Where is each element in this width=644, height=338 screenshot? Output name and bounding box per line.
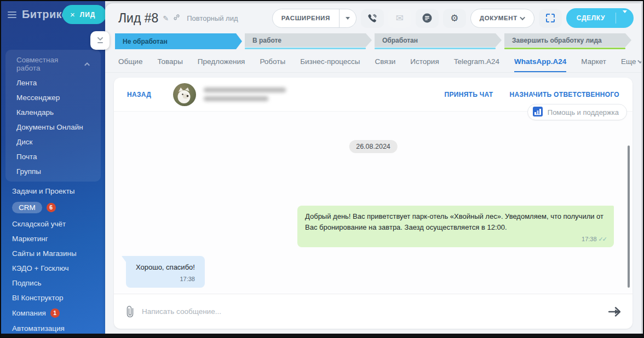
page-title: Лид #8: [118, 11, 158, 26]
stage-finish-processing[interactable]: Завершить обработку лида: [504, 33, 631, 49]
lead-stage-bar: Не обработан В работе Обработан Завершит…: [115, 33, 631, 49]
whatsapp-chat-card: НАЗАД ПРИНЯТЬ ЧАТ НАЗНАЧИТЬ ОТВЕТСТВЕННО…: [114, 78, 633, 329]
message-time: 17:38: [582, 236, 597, 242]
tab-connections[interactable]: Связи: [375, 57, 396, 72]
sidebar-item-groups[interactable]: Группы: [5, 164, 101, 179]
sidebar-item-docs-online[interactable]: Документы Онлайн: [5, 120, 101, 135]
sidebar-item-mail[interactable]: Почта: [5, 149, 101, 164]
read-receipt-icon: ✓✓: [599, 236, 606, 242]
lead-slider-panel: Лид #8 ✎ Повторный лид РАСШИРЕНИЯ ✉: [105, 3, 641, 334]
tab-quotes[interactable]: Предложения: [198, 57, 245, 72]
send-message-icon[interactable]: [608, 307, 620, 317]
chat-message-area: Помощь и поддержка 26.08.2024 Добрый ден…: [114, 112, 633, 294]
sidebar-item-calendar[interactable]: Календарь: [5, 105, 101, 120]
document-button[interactable]: ДОКУМЕНТ: [470, 9, 534, 28]
message-text: Добрый день! Вас приветствует парк-отель…: [305, 212, 603, 231]
chat-button[interactable]: [416, 9, 439, 28]
chevron-down-icon: [520, 15, 525, 20]
gear-icon: ⚙: [450, 14, 458, 23]
tab-products[interactable]: Товары: [157, 57, 182, 72]
outgoing-message-bubble: Добрый день! Вас приветствует парк-отель…: [297, 206, 614, 247]
sidebar-item-sign[interactable]: Подпись: [1, 276, 105, 290]
sidebar-menu: Совместная работа Лента Мессенджер Кален…: [1, 21, 105, 338]
screen-bottom-edge: [1, 334, 643, 337]
help-support-badge[interactable]: Помощь и поддержка: [527, 104, 627, 120]
sidebar-item-marketing[interactable]: Маркетинг: [1, 231, 105, 246]
sidebar-item-crm[interactable]: CRM 6: [1, 199, 105, 217]
chevron-down-icon: [638, 58, 641, 63]
company-counter-badge: 1: [50, 308, 60, 318]
edit-title-icon[interactable]: ✎: [163, 14, 169, 22]
sidebar: Битрикс24 Совместная работа Лента Мессен…: [1, 1, 105, 337]
stage-label: Обработан: [382, 37, 418, 44]
chat-scrollbar[interactable]: [628, 145, 630, 288]
lead-type-label: Повторный лид: [187, 14, 238, 22]
chat-header-actions: ПРИНЯТЬ ЧАТ НАЗНАЧИТЬ ОТВЕТСТВЕННОГО: [445, 91, 619, 98]
menu-icon[interactable]: [8, 11, 16, 18]
chevron-down-icon: [346, 17, 350, 20]
date-separator: 26.08.2024: [349, 140, 398, 153]
stage-label: В работе: [252, 37, 281, 44]
sidebar-item-disk[interactable]: Диск: [5, 135, 101, 149]
tab-more[interactable]: Еще: [621, 57, 641, 72]
sidebar-item-messenger[interactable]: Мессенджер: [5, 90, 101, 105]
incoming-message-bubble: Хорошо, спасибо! 17:38: [126, 256, 205, 288]
sidebar-item-inventory[interactable]: Складской учёт: [1, 217, 105, 231]
tab-general[interactable]: Общие: [118, 57, 142, 72]
message-input[interactable]: [142, 307, 601, 316]
redacted-name-line: [204, 96, 268, 101]
contact-name-redacted: [204, 88, 286, 101]
message-time: 17:38: [180, 276, 195, 282]
bitrix24-lead-screen: Битрикс24 Совместная работа Лента Мессен…: [0, 0, 644, 338]
minimize-slider-button[interactable]: [90, 31, 110, 50]
expand-button[interactable]: [539, 9, 562, 28]
group-header-label: Совместная работа: [16, 56, 82, 72]
message-meta: 17:38✓✓: [305, 235, 606, 244]
create-deal-label[interactable]: СДЕЛКУ: [566, 14, 616, 22]
extensions-button: РАСШИРЕНИЯ: [272, 9, 357, 28]
settings-button[interactable]: ⚙: [443, 9, 466, 28]
stage-label: Не обработан: [123, 38, 168, 45]
document-button-label: ДОКУМЕНТ: [480, 15, 518, 21]
message-text: Хорошо, спасибо!: [136, 263, 195, 271]
sidebar-item-feed[interactable]: Лента: [5, 75, 101, 90]
tab-market[interactable]: Маркет: [581, 57, 606, 72]
title-block: Лид #8 ✎ Повторный лид: [118, 11, 238, 26]
tab-telegram[interactable]: Telegram.A24: [454, 57, 499, 72]
group-collaboration: Совместная работа Лента Мессенджер Кален…: [5, 50, 101, 182]
lead-slider-tab[interactable]: × ЛИД: [62, 5, 106, 24]
redacted-name-line: [204, 88, 286, 92]
sidebar-item-tasks[interactable]: Задачи и Проекты: [1, 184, 105, 199]
sidebar-item-bi[interactable]: BI Конструктор: [1, 290, 105, 305]
tab-robots[interactable]: Роботы: [260, 57, 285, 72]
sidebar-item-kedo[interactable]: КЭДО + Госключ: [1, 261, 105, 276]
stage-not-processed[interactable]: Не обработан: [115, 33, 242, 49]
lead-slider-label: ЛИД: [80, 11, 96, 19]
email-button: ✉: [388, 9, 411, 28]
chevron-down-icon: [623, 10, 627, 22]
extensions-button-label[interactable]: РАСШИРЕНИЯ: [273, 15, 339, 21]
tab-whatsapp[interactable]: WhatsApp.A24: [514, 57, 566, 72]
deal-dropdown-toggle[interactable]: [616, 13, 634, 23]
contact-avatar[interactable]: [173, 83, 196, 106]
sidebar-item-sites[interactable]: Сайты и Магазины: [1, 246, 105, 261]
call-button[interactable]: [361, 9, 384, 28]
attach-file-icon[interactable]: [126, 306, 134, 318]
assign-responsible-link[interactable]: НАЗНАЧИТЬ ОТВЕТСТВЕННОГО: [510, 91, 620, 98]
tab-history[interactable]: История: [410, 57, 439, 72]
extensions-dropdown-toggle[interactable]: [340, 9, 356, 27]
close-icon[interactable]: ×: [70, 10, 75, 19]
sidebar-item-company[interactable]: Компания 1: [1, 305, 105, 321]
tab-business-processes[interactable]: Бизнес-процессы: [300, 57, 360, 72]
logo-text: Битрикс: [22, 8, 68, 20]
copy-link-icon[interactable]: [173, 14, 180, 22]
help-support-label: Помощь и поддержка: [548, 108, 619, 116]
accept-chat-link[interactable]: ПРИНЯТЬ ЧАТ: [445, 91, 493, 98]
group-header-collaboration[interactable]: Совместная работа: [5, 52, 101, 75]
chart-icon: [532, 106, 543, 119]
create-deal-button: СДЕЛКУ: [566, 8, 634, 28]
crm-pill: CRM: [12, 202, 42, 213]
back-link[interactable]: НАЗАД: [127, 91, 151, 98]
stage-in-progress[interactable]: В работе: [245, 33, 372, 49]
stage-processed[interactable]: Обработан: [375, 33, 502, 49]
